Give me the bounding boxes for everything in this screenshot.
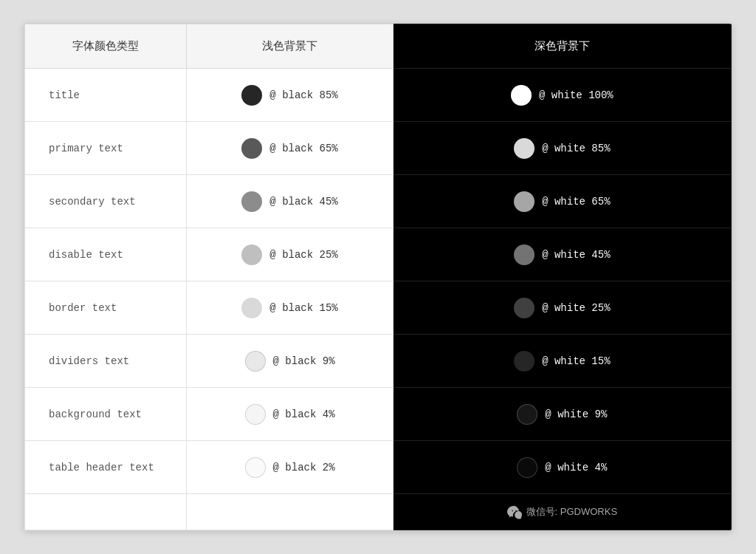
table-row: table header text@ black 2%@ white 4% [25,441,732,494]
table-row: secondary text@ black 45%@ white 65% [25,175,732,228]
table-row: disable text@ black 25%@ white 45% [25,228,732,281]
cell-type: border text [25,281,187,335]
light-dot [241,191,262,212]
cell-dark: @ white 15% [393,335,731,388]
light-dot [241,298,262,318]
cell-type: background text [25,388,187,441]
light-label: @ black 85% [269,89,337,101]
cell-dark: @ white 9% [393,388,731,441]
cell-dark: @ white 65% [393,175,731,228]
cell-light: @ black 65% [187,122,393,175]
header-light-bg: 浅色背景下 [187,24,393,69]
light-dot [241,244,262,265]
cell-type: dividers text [25,335,187,388]
table-row: background text@ black 4%@ white 9% [25,388,732,441]
dark-dot [511,85,532,106]
dark-label: @ white 100% [539,89,614,101]
dark-dot [517,457,537,478]
cell-dark: @ white 25% [393,281,731,335]
dark-label: @ white 65% [542,196,610,208]
cell-light: @ black 85% [187,69,393,122]
cell-light: @ black 25% [187,228,393,281]
cell-type: primary text [25,122,187,175]
dark-label: @ white 9% [545,408,607,420]
dark-label: @ white 4% [545,462,607,473]
cell-dark: @ white 100% [393,69,731,122]
light-label: @ black 45% [269,196,337,208]
light-label: @ black 9% [273,355,335,367]
cell-light: @ black 15% [187,281,393,335]
dark-dot [514,351,535,372]
wechat-icon [507,505,522,519]
light-dot [241,138,262,159]
footer-empty-light [187,494,393,530]
footer-wechat: 微信号: PGDWORKS [393,494,731,530]
table-header: 字体颜色类型 浅色背景下 深色背景下 [25,24,732,69]
table-row: dividers text@ black 9%@ white 15% [25,335,732,388]
header-type: 字体颜色类型 [25,24,187,69]
cell-dark: @ white 85% [393,122,731,175]
cell-type: title [25,69,187,122]
cell-light: @ black 2% [187,441,393,494]
dark-dot [514,244,535,265]
footer-empty-type [25,494,187,530]
cell-dark: @ white 45% [393,228,731,281]
dark-label: @ white 45% [542,249,610,261]
dark-dot [517,404,537,425]
light-dot [241,85,262,106]
dark-dot [514,138,535,159]
dark-label: @ white 25% [542,302,610,314]
cell-type: disable text [25,228,187,281]
footer-row: 微信号: PGDWORKS [25,494,732,530]
light-dot [245,404,266,425]
cell-light: @ black 9% [187,335,393,388]
cell-type: secondary text [25,175,187,228]
light-dot [245,351,266,372]
light-label: @ black 4% [273,408,335,420]
cell-type: table header text [25,441,187,494]
light-label: @ black 2% [273,462,335,473]
table-row: border text@ black 15%@ white 25% [25,281,732,335]
table-row: primary text@ black 65%@ white 85% [25,122,732,175]
cell-dark: @ white 4% [393,441,731,494]
light-label: @ black 15% [269,302,337,314]
dark-dot [514,191,535,212]
cell-light: @ black 4% [187,388,393,441]
cell-light: @ black 45% [187,175,393,228]
header-dark-bg: 深色背景下 [393,24,731,69]
light-dot [245,457,266,478]
wechat-text: 微信号: PGDWORKS [526,505,618,519]
table-row: title@ black 85%@ white 100% [25,69,732,122]
dark-label: @ white 85% [542,143,610,154]
light-label: @ black 25% [269,249,337,261]
light-label: @ black 65% [269,143,337,154]
color-type-table: 字体颜色类型 浅色背景下 深色背景下 title@ black 85%@ whi… [24,23,732,531]
dark-label: @ white 15% [542,355,610,367]
dark-dot [514,298,535,318]
